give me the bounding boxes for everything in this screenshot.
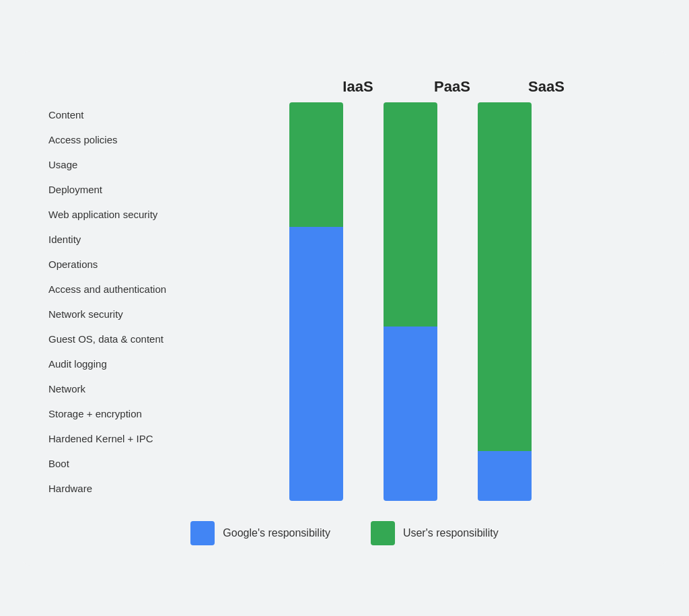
legend-user-label: User's responsibility (403, 527, 499, 539)
bar-saas-wrapper (478, 102, 532, 501)
label-item-1: Access policies (48, 127, 166, 152)
chart-container: IaaS PaaS SaaS ContentAccess policiesUsa… (22, 51, 667, 566)
legend-swatch-green (371, 521, 395, 545)
header-iaas: IaaS (331, 78, 385, 96)
header-paas: PaaS (425, 78, 479, 96)
bar-iaas (289, 102, 343, 501)
bar-segment-blue (384, 327, 437, 501)
legend-google-label: Google's responsibility (223, 527, 330, 539)
label-item-14: Boot (48, 451, 166, 476)
label-item-11: Network (48, 376, 166, 401)
label-item-2: Usage (48, 152, 166, 177)
headers-inner: IaaS PaaS SaaS (264, 78, 641, 96)
chart-area: ContentAccess policiesUsageDeploymentWeb… (48, 102, 641, 501)
label-item-4: Web application security (48, 202, 166, 227)
labels-column: ContentAccess policiesUsageDeploymentWeb… (48, 102, 166, 501)
legend: Google's responsibility User's responsib… (48, 521, 641, 545)
legend-user: User's responsibility (371, 521, 499, 545)
bar-segment-blue (289, 227, 343, 501)
header-spacer (48, 78, 264, 96)
label-item-5: Identity (48, 227, 166, 252)
label-item-9: Guest OS, data & content (48, 327, 166, 351)
label-item-12: Storage + encryption (48, 401, 166, 426)
bar-segment-green (384, 102, 437, 327)
label-item-15: Hardware (48, 476, 166, 501)
label-item-13: Hardened Kernel + IPC (48, 426, 166, 451)
bar-paas (384, 102, 437, 501)
bar-segment-blue (478, 451, 532, 501)
label-item-0: Content (48, 102, 166, 127)
label-item-10: Audit logging (48, 351, 166, 376)
bar-saas (478, 102, 532, 501)
label-item-7: Access and authentication (48, 277, 166, 302)
label-item-8: Network security (48, 302, 166, 327)
header-saas: SaaS (519, 78, 573, 96)
bar-segment-green (478, 102, 532, 451)
headers-row: IaaS PaaS SaaS (48, 78, 641, 96)
label-item-3: Deployment (48, 177, 166, 202)
bar-iaas-wrapper (289, 102, 343, 501)
legend-swatch-blue (190, 521, 215, 545)
legend-google: Google's responsibility (190, 521, 330, 545)
bar-segment-green (289, 102, 343, 227)
label-item-6: Operations (48, 252, 166, 277)
bars-section (180, 102, 641, 501)
bar-paas-wrapper (384, 102, 437, 501)
